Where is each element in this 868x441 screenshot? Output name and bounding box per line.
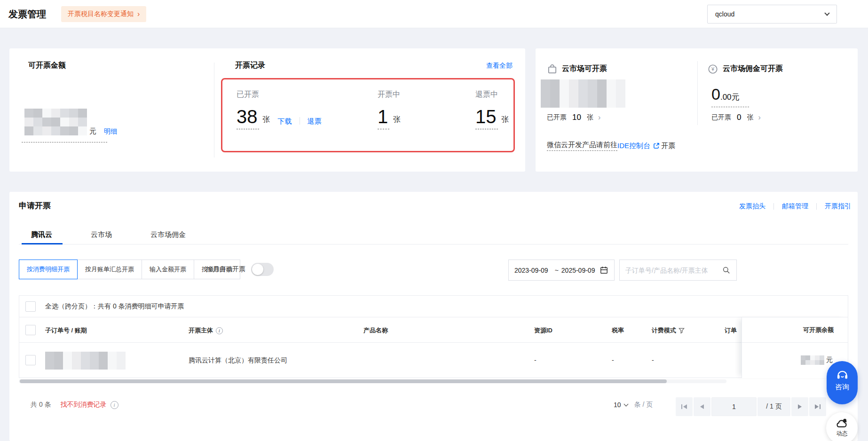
- activity-label: 动态: [836, 430, 848, 438]
- info-icon[interactable]: i: [110, 401, 118, 409]
- col-invoiceable-balance: 可开票余额: [742, 317, 848, 343]
- mode-by-monthly-bill-button[interactable]: 按月账单汇总开票: [77, 260, 142, 279]
- chevron-down-icon: [623, 402, 628, 407]
- stat-unit: 张: [393, 115, 401, 125]
- issued-value: 10: [572, 113, 581, 122]
- shopping-bag-icon: [547, 63, 558, 76]
- invoice-guide-link[interactable]: 开票指引: [825, 202, 851, 211]
- invoice-management-page: 发票管理 开票税目名称变更通知 › qcloud 可开票金额 元 明细 开票记录…: [0, 0, 868, 441]
- top-bar: 发票管理 开票税目名称变更通知 › qcloud: [0, 0, 868, 28]
- date-end: 2025-09-09: [561, 267, 595, 274]
- date-start: 2023-09-09: [514, 267, 548, 274]
- page-size-value: 10: [614, 401, 621, 409]
- stat-unit: 张: [502, 115, 509, 125]
- select-all-bar: 全选（跨分页）：共有 0 条消费明细可申请开票: [19, 295, 848, 317]
- amount-integer: 0: [711, 86, 720, 102]
- download-link[interactable]: 下载: [278, 118, 292, 125]
- mailbox-management-link[interactable]: 邮箱管理: [782, 202, 808, 211]
- page-size-selector[interactable]: 10 条 / 页: [614, 401, 653, 409]
- select-all-checkbox[interactable]: [25, 301, 36, 312]
- tab-market-commission[interactable]: 云市场佣金: [150, 225, 186, 244]
- redacted-suborder-id: [45, 352, 126, 370]
- select-all-label: 全选（跨分页）：共有 0 条消费明细可申请开票: [45, 302, 184, 311]
- external-link-icon: [653, 142, 660, 149]
- commission-issued-row[interactable]: 已开票 0 张 ›: [711, 113, 761, 122]
- total-count: 共 0 条: [31, 401, 51, 409]
- last-page-button[interactable]: [809, 397, 826, 416]
- svg-text:¥: ¥: [711, 66, 715, 72]
- date-range-picker[interactable]: 2023-09-09 ~ 2025-09-09: [508, 260, 615, 281]
- invoice-records-title: 开票记录: [235, 61, 265, 71]
- dashed-underline: [711, 107, 749, 107]
- market-card: 云市场可开票 已开票 10 张 › 微信云开发产品请前往 IDE控制台 开票 ¥…: [536, 48, 858, 172]
- stat-issued: 已开票 38 张 下载 退票: [237, 90, 322, 129]
- mode-by-detail-button[interactable]: 按消费明细开票: [19, 260, 78, 279]
- tax-notice-text: 开票税目名称变更通知: [68, 10, 134, 18]
- card-divider: [697, 61, 698, 125]
- table-row[interactable]: 腾讯云计算（北京）有限责任公司 - - -: [19, 343, 848, 378]
- stat-label: 退票中: [475, 90, 509, 100]
- invoiceable-amount-title: 可开票金额: [28, 61, 66, 71]
- auto-invoice-toggle[interactable]: [251, 263, 274, 276]
- auto-invoice-label: 按月自动开票: [206, 265, 245, 274]
- refund-link[interactable]: 退票: [308, 118, 322, 125]
- no-records-link[interactable]: 找不到消费记录: [61, 401, 107, 409]
- cell-resource-id: -: [534, 356, 537, 364]
- chevron-down-icon: [824, 10, 829, 16]
- next-page-button[interactable]: [791, 397, 808, 416]
- tax-notice-banner[interactable]: 开票税目名称变更通知 ›: [61, 6, 146, 22]
- mode-by-amount-button[interactable]: 输入金额开票: [142, 260, 194, 279]
- note-text: 微信云开发产品请前往: [547, 141, 617, 151]
- issued-unit: 张: [747, 113, 753, 122]
- chevron-right-icon: ›: [137, 10, 140, 18]
- commission-invoiceable-title: 云市场佣金可开票: [723, 64, 783, 74]
- col-suborder-period: 子订单号 / 账期: [45, 326, 87, 335]
- note-suffix: 开票: [661, 142, 675, 150]
- filter-funnel-icon[interactable]: [679, 328, 685, 334]
- card-divider: [214, 63, 214, 158]
- invoice-header-link[interactable]: 发票抬头: [739, 202, 765, 211]
- horizontal-scrollbar-thumb[interactable]: [20, 379, 667, 383]
- search-icon[interactable]: [722, 266, 731, 275]
- amount-unit: 元: [89, 127, 96, 135]
- view-all-link[interactable]: 查看全部: [486, 62, 513, 70]
- prev-page-button[interactable]: [694, 397, 710, 416]
- stat-label: 开票中: [378, 90, 401, 100]
- horizontal-scrollbar-track[interactable]: [19, 379, 726, 383]
- col-invoice-entity: 开票主体 i: [189, 326, 223, 335]
- chevron-right-icon: ›: [758, 113, 760, 122]
- stat-label: 已开票: [237, 90, 322, 100]
- info-icon[interactable]: i: [216, 327, 223, 334]
- col-resource-id: 资源ID: [534, 326, 552, 335]
- header-checkbox[interactable]: [25, 325, 36, 335]
- activity-floating-button[interactable]: 动态: [826, 412, 858, 441]
- ide-console-link[interactable]: IDE控制台: [617, 142, 650, 150]
- consult-floating-button[interactable]: 咨询: [827, 361, 858, 404]
- account-selector[interactable]: qcloud: [707, 5, 837, 24]
- wechat-ide-note: 微信云开发产品请前往 IDE控制台 开票: [547, 141, 675, 151]
- apply-invoice-panel: 申请开票 发票抬头 邮箱管理 开票指引 腾讯云 云市场 云市场佣金 按消费明细开…: [9, 192, 858, 441]
- page-size-suffix: 条 / 页: [634, 401, 653, 409]
- chevron-right-icon: ›: [598, 113, 600, 122]
- amount-detail-link[interactable]: 明细: [104, 128, 117, 135]
- col-tax-rate: 税率: [612, 326, 624, 335]
- search-box: [619, 260, 737, 281]
- amount-decimal: .00: [720, 93, 732, 102]
- cell-invoice-entity: 腾讯云计算（北京）有限责任公司: [189, 356, 287, 365]
- col-product-name: 产品名称: [363, 326, 388, 335]
- tab-tencent-cloud[interactable]: 腾讯云: [31, 225, 52, 244]
- link-separator: [816, 203, 817, 210]
- current-page-input[interactable]: 1: [711, 397, 757, 416]
- total-pages-label: / 1 页: [758, 397, 790, 416]
- tab-cloud-market[interactable]: 云市场: [91, 225, 112, 244]
- search-input[interactable]: [625, 267, 722, 274]
- market-issued-row[interactable]: 已开票 10 张 ›: [547, 113, 600, 122]
- pagination: 1 / 1 页: [676, 397, 826, 416]
- link-separator: [300, 117, 300, 125]
- issued-label: 已开票: [711, 113, 731, 122]
- first-page-button[interactable]: [676, 397, 693, 416]
- table-footer-left: 共 0 条 找不到消费记录 i: [31, 401, 118, 409]
- col-label: 开票主体: [189, 326, 213, 335]
- row-checkbox[interactable]: [25, 355, 36, 365]
- yuan-circle-icon: ¥: [708, 64, 718, 76]
